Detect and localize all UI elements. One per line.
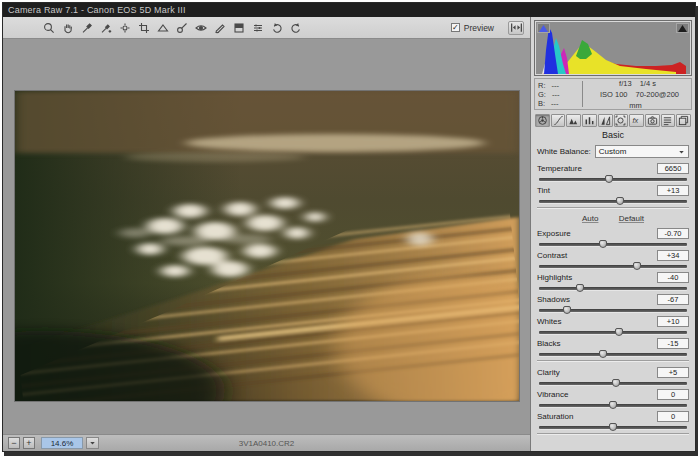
fullscreen-toggle-button[interactable] [508,21,524,35]
slider-row-blacks: Blacks-15 [537,338,689,356]
slider-value-box[interactable]: 0 [657,411,689,422]
crop-tool-button[interactable] [136,20,151,35]
tab-split-toning[interactable] [598,114,613,127]
zoom-level-field[interactable]: 14.6% [41,437,83,449]
slider-label: Contrast [537,251,567,260]
graduated-filter-tool-button[interactable] [231,20,246,35]
tab-presets[interactable] [661,114,676,127]
tab-basic[interactable] [535,114,550,127]
slider-thumb[interactable] [615,328,623,336]
check-icon: ✓ [452,24,459,32]
camera-raw-window: Camera Raw 7.1 - Canon EOS 5D Mark III ✓… [2,2,696,452]
slider-row-saturation: Saturation0 [537,411,689,429]
slider-thumb[interactable] [612,379,620,387]
straighten-tool-button[interactable] [155,20,170,35]
preview-toggle[interactable]: ✓ Preview [451,23,494,33]
rotate-right-tool-button[interactable] [288,20,303,35]
auto-link[interactable]: Auto [582,214,598,223]
color-sampler-icon [100,22,112,34]
shadow-clipping-button[interactable] [537,23,550,33]
slider-track[interactable] [539,200,687,203]
slider-value-box[interactable]: +34 [657,250,689,261]
red-eye-tool-button[interactable] [193,20,208,35]
spot-removal-tool-button[interactable] [174,20,189,35]
slider-track[interactable] [539,287,687,290]
graduated-filter-icon [233,22,245,34]
zoom-level-dropdown[interactable] [86,437,99,449]
slider-track[interactable] [539,426,687,429]
slider-thumb[interactable] [616,197,624,205]
slider-row-temperature: Temperature6650 [537,163,689,181]
slider-thumb[interactable] [576,284,584,292]
slider-label: Tint [537,186,550,195]
slider-thumb[interactable] [609,401,617,409]
slider-track[interactable] [539,404,687,407]
slider-track[interactable] [539,243,687,246]
slider-track[interactable] [539,178,687,181]
zoom-in-button[interactable]: + [23,437,35,449]
tab-hsl-grayscale[interactable] [582,114,597,127]
slider-thumb[interactable] [599,240,607,248]
filename-label: 3V1A0410.CR2 [239,439,295,448]
hand-tool-button[interactable] [60,20,75,35]
white-balance-value: Custom [599,147,627,156]
slider-value-box[interactable]: +10 [657,316,689,327]
hsl-grayscale-tab-icon [584,115,595,126]
slider-value-box[interactable]: +5 [657,367,689,378]
targeted-adjustment-icon [119,22,131,34]
slider-thumb[interactable] [605,175,613,183]
slider-value-box[interactable]: -0.70 [657,228,689,239]
adjustment-brush-icon [214,22,226,34]
adjustments-panel: R:---G:---B:--- f/131/4 s ISO 10070-200@… [530,17,695,451]
rotate-left-tool-button[interactable] [269,20,284,35]
tab-lens-corrections[interactable] [614,114,629,127]
targeted-adjustment-tool-button[interactable] [117,20,132,35]
shadow-clipping-triangle-icon [539,25,548,32]
slider-value-box[interactable]: 6650 [657,163,689,174]
slider-thumb[interactable] [633,262,641,270]
slider-value-box[interactable]: -15 [657,338,689,349]
tab-detail[interactable] [566,114,581,127]
slider-label: Vibrance [537,390,568,399]
slider-value-box[interactable]: -67 [657,294,689,305]
slider-thumb[interactable] [599,350,607,358]
default-link[interactable]: Default [619,214,644,223]
channel-label: B: [538,99,545,108]
spot-removal-icon [176,22,188,34]
zoom-out-button[interactable]: − [8,437,20,449]
adjustment-brush-tool-button[interactable] [212,20,227,35]
slider-value-box[interactable]: 0 [657,389,689,400]
bottom-bar: − + 14.6% 3V1A0410.CR2 [3,434,530,451]
white-balance-label: White Balance: [537,147,591,156]
crop-icon [138,22,150,34]
preview-checkbox[interactable]: ✓ [451,23,460,32]
slider-value-box[interactable]: -40 [657,272,689,283]
exif-divider [582,81,583,107]
panel-header: Basic [531,128,695,143]
slider-label: Temperature [537,164,582,173]
tab-camera-calibration[interactable] [645,114,660,127]
slider-track[interactable] [539,382,687,385]
slider-thumb[interactable] [609,423,617,431]
image-canvas [3,39,530,434]
slider-label: Saturation [537,412,573,421]
slider-value-box[interactable]: +13 [657,185,689,196]
photo-preview[interactable] [15,91,519,401]
zoom-tool-button[interactable] [41,20,56,35]
tab-tone-curve[interactable] [551,114,566,127]
white-balance-select[interactable]: Custom [595,145,689,158]
slider-track[interactable] [539,309,687,312]
color-sampler-tool-button[interactable] [98,20,113,35]
slider-track[interactable] [539,331,687,334]
slider-row-clarity: Clarity+5 [537,367,689,385]
tab-snapshots[interactable] [676,114,691,127]
preferences-tool-button[interactable] [250,20,265,35]
slider-track[interactable] [539,265,687,268]
slider-label: Shadows [537,295,570,304]
white-balance-tool-button[interactable] [79,20,94,35]
highlight-clipping-button[interactable] [676,23,689,33]
tab-effects[interactable]: fx [629,114,644,127]
slider-label: Clarity [537,368,560,377]
slider-track[interactable] [539,353,687,356]
slider-thumb[interactable] [563,306,571,314]
